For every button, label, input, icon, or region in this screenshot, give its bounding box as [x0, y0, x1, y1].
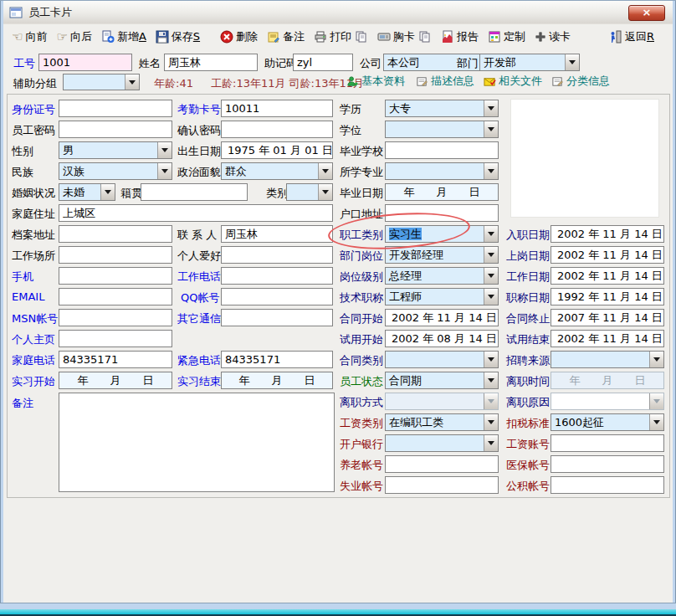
emp-status-select[interactable]: 合同期	[385, 372, 499, 389]
chevron-down-icon[interactable]	[484, 372, 498, 388]
add-button[interactable]: 新增A	[101, 29, 146, 44]
chevron-down-icon[interactable]	[125, 74, 139, 90]
note-button[interactable]: 备注	[267, 29, 305, 44]
emp-type-select[interactable]: 实习生	[385, 225, 499, 243]
title-date-field[interactable]: 1992 年 11 月 14 日	[551, 288, 664, 305]
archive-address-input[interactable]	[59, 225, 172, 243]
chevron-down-icon[interactable]	[157, 142, 172, 158]
grad-date-field[interactable]: 年 月 日	[385, 183, 499, 201]
chevron-down-icon[interactable]	[484, 414, 498, 430]
save-button[interactable]: 保存S	[156, 29, 200, 44]
school-input[interactable]	[385, 141, 499, 159]
chevron-down-icon[interactable]	[565, 54, 579, 70]
tab-basic-info[interactable]: 基本资料	[346, 74, 405, 89]
ethnic-select[interactable]: 汉族	[59, 162, 172, 180]
attendance-card-input[interactable]: 10011	[221, 100, 333, 117]
chevron-down-icon[interactable]	[100, 184, 115, 200]
salary-type-select[interactable]: 在编职工类	[385, 413, 499, 431]
chevron-down-icon[interactable]	[484, 121, 498, 137]
contract-end-field[interactable]: 2007 年 11 月 14 日	[551, 309, 664, 326]
back-button[interactable]: 返回R	[609, 29, 654, 44]
unemployment-account-input[interactable]	[385, 476, 499, 494]
salary-account-input[interactable]	[551, 434, 664, 452]
category-select[interactable]	[286, 183, 333, 201]
recruit-source-select[interactable]	[551, 351, 664, 368]
report-button[interactable]: 报告	[441, 29, 479, 44]
birth-date-field[interactable]: 1975 年 01 月 01 日	[221, 141, 333, 159]
mnemonic-input[interactable]: zyl	[293, 54, 353, 71]
chevron-down-icon[interactable]	[649, 352, 663, 367]
other-comm-input[interactable]	[221, 309, 333, 326]
photo-placeholder[interactable]	[510, 99, 659, 218]
confirm-password-input[interactable]	[221, 121, 333, 138]
workplace-input[interactable]	[59, 246, 172, 264]
chevron-down-icon[interactable]	[484, 435, 498, 451]
mobile-input[interactable]	[59, 267, 172, 285]
close-button[interactable]: ×	[628, 5, 665, 21]
msn-input[interactable]	[59, 309, 172, 326]
id-no-input[interactable]	[59, 100, 172, 117]
hire-date-field[interactable]: 2002 年 11 月 14 日	[551, 225, 664, 243]
title-bar[interactable]: 员工卡片 ×	[3, 1, 673, 24]
read-card-button[interactable]: 读卡	[535, 29, 571, 44]
hobby-input[interactable]	[221, 246, 333, 264]
work-date-field[interactable]: 2002 年 11 月 14 日	[551, 267, 664, 285]
intern-end-date-field[interactable]: 年 月 日	[221, 372, 333, 389]
home-address-input[interactable]: 上城区	[59, 204, 333, 222]
chevron-down-icon[interactable]	[484, 352, 498, 367]
next-button[interactable]: ☞ 向后	[56, 29, 91, 44]
chevron-down-icon[interactable]	[484, 289, 498, 305]
delete-button[interactable]: 删除	[220, 29, 258, 44]
home-phone-input[interactable]: 84335171	[59, 351, 172, 368]
chevron-down-icon[interactable]	[157, 163, 172, 179]
hukou-address-input[interactable]	[385, 204, 499, 222]
emergency-phone-input[interactable]: 84335171	[221, 351, 333, 368]
work-phone-input[interactable]	[221, 267, 333, 285]
name-input[interactable]: 周玉林	[164, 54, 258, 71]
major-select[interactable]	[385, 162, 499, 180]
memo-textarea[interactable]	[59, 393, 335, 492]
email-input[interactable]	[59, 288, 172, 305]
contract-start-field[interactable]: 2002 年 11 月 14 日	[385, 309, 499, 326]
qq-input[interactable]	[221, 288, 333, 305]
customize-button[interactable]: 定制	[488, 29, 525, 44]
contract-type-select[interactable]	[385, 351, 499, 368]
political-select[interactable]: 群众	[221, 162, 333, 180]
pension-account-input[interactable]	[385, 455, 499, 473]
contact-input[interactable]: 周玉林	[221, 225, 333, 243]
intern-start-date-field[interactable]: 年 月 日	[59, 372, 172, 389]
tab-related-files[interactable]: 相关文件	[484, 74, 542, 89]
degree-select[interactable]	[385, 121, 499, 138]
trial-start-field[interactable]: 2002 年 08 月 14 日	[385, 330, 499, 347]
print-button[interactable]: 打印	[314, 29, 351, 44]
education-select[interactable]: 大专	[385, 100, 499, 117]
emp-no-input[interactable]: 1001	[38, 54, 132, 71]
chevron-down-icon[interactable]	[484, 226, 498, 242]
chevron-down-icon[interactable]	[318, 184, 332, 200]
chevron-down-icon[interactable]	[484, 247, 498, 263]
password-input[interactable]	[59, 121, 172, 138]
aux-group-select[interactable]	[63, 74, 140, 90]
marital-select[interactable]: 未婚	[59, 183, 115, 201]
chevron-down-icon[interactable]	[649, 414, 663, 430]
tax-standard-select[interactable]: 1600起征	[551, 413, 664, 431]
medical-account-input[interactable]	[551, 455, 664, 473]
post-level-select[interactable]: 总经理	[385, 267, 499, 285]
chevron-down-icon[interactable]	[484, 100, 498, 116]
position-select[interactable]: 开发部经理	[385, 246, 499, 264]
badge-button[interactable]: 胸卡	[377, 29, 415, 44]
tab-category-info[interactable]: 分类信息	[551, 74, 610, 89]
homepage-input[interactable]	[59, 330, 172, 347]
dept-select[interactable]: 开发部	[479, 54, 580, 71]
gender-select[interactable]: 男	[59, 141, 172, 159]
tech-title-select[interactable]: 工程师	[385, 288, 499, 305]
trial-end-field[interactable]: 2002 年 11 月 14 日	[551, 330, 664, 347]
badge-preview-button[interactable]	[418, 30, 432, 44]
post-date-field[interactable]: 2002 年 11 月 14 日	[551, 246, 664, 264]
chevron-down-icon[interactable]	[484, 268, 498, 284]
tab-description-info[interactable]: 描述信息	[416, 74, 474, 89]
native-place-input[interactable]	[141, 183, 248, 201]
chevron-down-icon[interactable]	[318, 163, 332, 179]
chevron-down-icon[interactable]	[484, 163, 498, 179]
prev-button[interactable]: ☜ 向前	[12, 29, 47, 44]
